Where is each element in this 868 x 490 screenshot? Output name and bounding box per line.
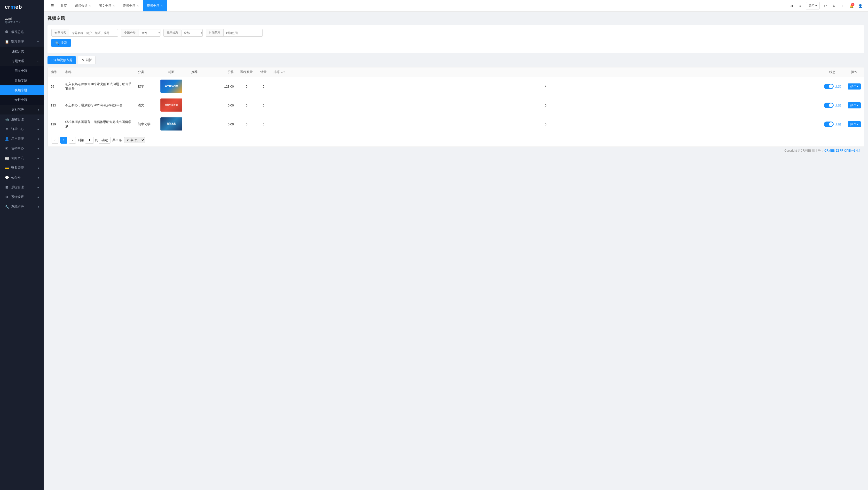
next-tab-button[interactable]: ⏭: [796, 2, 804, 10]
cell-name-0: 初入职场老师教你10个常见的面试问题，助你节节高升: [62, 77, 135, 96]
topbar-actions: ⏮ ⏭ 关闭 ▾ ↩ ↻ + 🔔 0 👤: [787, 2, 864, 10]
cell-recommend-0: [188, 77, 217, 96]
search-button[interactable]: 🔍 搜索: [51, 39, 71, 47]
refresh-list-button[interactable]: ↻ 刷新: [78, 56, 95, 64]
status-toggle-1[interactable]: [824, 103, 834, 108]
chevron-right-icon2: ◂: [37, 108, 39, 111]
sidebar-item-marketing[interactable]: ✉ 营销中心 ◂: [0, 144, 43, 153]
category-select[interactable]: 全部 数学 语文 初中化学: [139, 30, 160, 36]
username: admin: [5, 17, 39, 20]
pagination: ‹ 1 › 到第 页 确定 共 3 条 10条/页 20条/页 50条/页 10…: [48, 134, 864, 146]
sidebar-item-live-mgmt[interactable]: 📹 直播管理 ◂: [0, 115, 43, 124]
cell-price-1: 0.00: [217, 96, 237, 115]
status-toggle-0[interactable]: [824, 84, 834, 89]
table-row: 99 初入职场老师教你10个常见的面试问题，助你节节高升 数学 10个面试问题 …: [48, 77, 864, 96]
user-avatar-button[interactable]: 👤: [856, 2, 864, 10]
col-id: 编号: [48, 67, 62, 77]
tab-home[interactable]: 首页: [57, 0, 71, 11]
tab-img-topic[interactable]: 图文专题 ✕: [95, 0, 119, 11]
sidebar-item-wechat[interactable]: 💬 公众号 ◂: [0, 173, 43, 182]
chevron-news-icon: ◂: [37, 157, 39, 160]
goto-label: 到第: [78, 138, 84, 142]
refresh-button[interactable]: ↻: [830, 2, 838, 10]
course-submenu: 课程分类 专题管理 ▾ 图文专题 音频专题 视频专题 专栏专题: [0, 47, 43, 115]
sidebar-item-sys-settings[interactable]: ⚙ 系统设置 ◂: [0, 192, 43, 202]
overview-icon: 🏛: [5, 30, 9, 34]
tab-audio-topic[interactable]: 音频专题 ✕: [119, 0, 143, 11]
user-role[interactable]: 超级管理员 ▾: [5, 20, 39, 24]
goto-confirm-button[interactable]: 确定: [99, 137, 111, 144]
prev-tab-button[interactable]: ⏮: [787, 2, 795, 10]
marketing-icon: ✉: [5, 146, 9, 150]
cell-sales-0: 0: [256, 77, 271, 96]
cell-price-0: 123.00: [217, 77, 237, 96]
cell-name-2: 轻松掌握多国语言，托福雅思助你完成出国留学梦: [62, 115, 135, 134]
sidebar-item-user-mgmt[interactable]: 👤 用户管理 ◂: [0, 134, 43, 144]
sidebar-item-material-mgmt[interactable]: 素材管理 ◂: [0, 105, 43, 115]
status-toggle-2[interactable]: [824, 121, 834, 127]
col-cover: 封面: [154, 67, 188, 77]
menu-toggle-button[interactable]: ☰: [48, 3, 57, 8]
sidebar-item-sys-maint[interactable]: 🔧 系统维护 ◂: [0, 202, 43, 211]
sidebar-item-finance[interactable]: 💳 财务管理 ◂: [0, 163, 43, 173]
back-button[interactable]: ↩: [822, 2, 829, 10]
data-table: 编号 名称 分类 封面 推荐 价格 课程数量 销量 排序 ▲▼ 状态 操作: [48, 67, 864, 147]
search-input[interactable]: [69, 30, 118, 36]
sort-toggle-icon[interactable]: ▲▼: [281, 71, 285, 73]
total-count: 共 3 条: [113, 138, 122, 142]
chevron-close-icon: ▾: [815, 4, 817, 7]
sidebar-item-sys-mgmt[interactable]: ⊞ 系统管理 ◂: [0, 182, 43, 192]
close-tab-audio-topic[interactable]: ✕: [137, 4, 139, 7]
news-icon: 📰: [5, 156, 9, 160]
notification-button[interactable]: 🔔 0: [848, 2, 856, 10]
close-tab-video-topic[interactable]: ✕: [161, 4, 163, 7]
filter-row-2: 🔍 搜索: [51, 39, 860, 47]
tab-course-cat[interactable]: 课程分类 ✕: [71, 0, 95, 11]
add-video-topic-button[interactable]: + 添加视频专题: [48, 56, 76, 64]
action-button-1[interactable]: 操作 ▾: [848, 103, 861, 109]
cell-count-1: 0: [237, 96, 256, 115]
goto-page-input[interactable]: [85, 137, 94, 144]
sidebar-item-course-mgmt[interactable]: 📋 课程管理 ▾: [0, 37, 43, 47]
sys-maint-icon: 🔧: [5, 205, 9, 209]
close-tab-course-cat[interactable]: ✕: [89, 4, 91, 7]
action-button-2[interactable]: 操作 ▾: [848, 121, 861, 127]
sidebar-item-video-topic[interactable]: 视频专题: [0, 85, 43, 95]
cell-recommend-2: [188, 115, 217, 134]
page-1-button[interactable]: 1: [60, 137, 67, 144]
add-tab-button[interactable]: +: [839, 2, 847, 10]
cell-sort-1: 0: [271, 96, 820, 115]
sidebar-item-topic-mgmt[interactable]: 专题管理 ▾: [0, 56, 43, 66]
search-icon: 🔍: [55, 41, 59, 45]
action-button-0[interactable]: 操作 ▾: [848, 83, 861, 89]
sidebar-item-img-topic[interactable]: 图文专题: [0, 66, 43, 76]
time-input[interactable]: [224, 30, 262, 36]
col-sort-header[interactable]: 排序 ▲▼: [271, 67, 290, 77]
next-page-button[interactable]: ›: [69, 137, 76, 144]
cell-cover-0: 10个面试问题: [154, 77, 188, 96]
sidebar-item-overview[interactable]: 🏛 概况总览: [0, 27, 43, 37]
close-dropdown-button[interactable]: 关闭 ▾: [806, 2, 819, 9]
sidebar-item-order-center[interactable]: ≡ 订单中心 ◂: [0, 124, 43, 134]
tab-video-topic[interactable]: 视频专题 ✕: [143, 0, 167, 11]
version-link[interactable]: CRMEB-ZSFF-OPENv1.4.4: [825, 149, 860, 152]
status-label: 显示状态: [163, 29, 181, 36]
prev-page-button[interactable]: ‹: [52, 137, 58, 144]
cell-cover-2: 托福雅思: [154, 115, 188, 134]
col-sales: 销量: [256, 67, 271, 77]
cell-sales-2: 0: [256, 115, 271, 134]
topic-submenu: 图文专题 音频专题 视频专题 专栏专题: [0, 66, 43, 105]
sidebar-item-audio-topic[interactable]: 音频专题: [0, 76, 43, 85]
page-size-select[interactable]: 10条/页 20条/页 50条/页 100条/页: [124, 137, 145, 143]
sidebar-item-course-cat[interactable]: 课程分类: [0, 47, 43, 56]
table-row: 133 不忘初心，逐梦前行2020年众邦科技年会 语文 众邦科技年会 0.00 …: [48, 96, 864, 115]
close-tab-img-topic[interactable]: ✕: [113, 4, 115, 7]
finance-icon: 💳: [5, 166, 9, 170]
user-icon: 👤: [5, 137, 9, 141]
page-title: 视频专题: [48, 16, 864, 21]
cell-price-2: 0.00: [217, 115, 237, 134]
sidebar-item-special-topic[interactable]: 专栏专题: [0, 95, 43, 105]
sidebar-item-news[interactable]: 📰 新闻资讯 ◂: [0, 153, 43, 163]
status-select[interactable]: 全部 上架 下架: [182, 30, 203, 36]
live-icon: 📹: [5, 117, 9, 121]
